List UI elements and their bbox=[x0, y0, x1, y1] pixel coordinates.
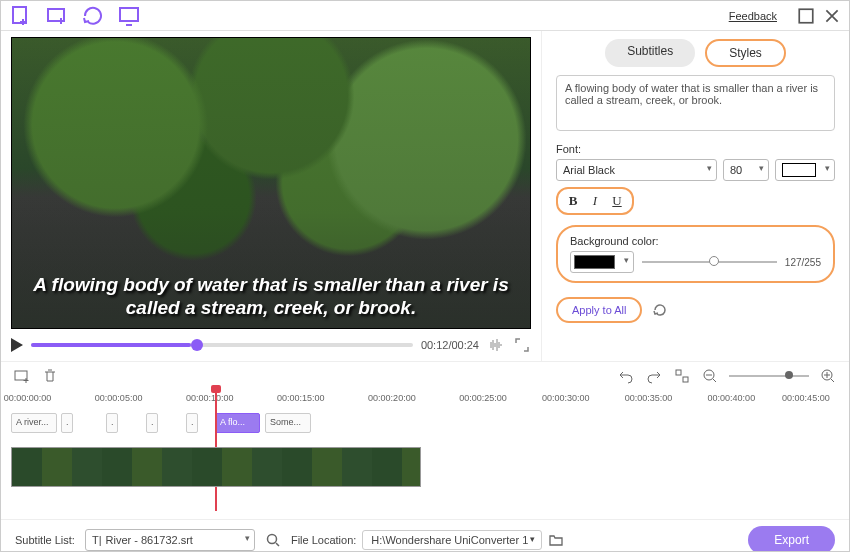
tick: 00:00:20:00 bbox=[368, 393, 416, 403]
playback-controls: 00:12/00:24 bbox=[11, 329, 531, 357]
panel-tabs: Subtitles Styles bbox=[556, 39, 835, 67]
side-panel: Subtitles Styles Font: Arial Black 80 B … bbox=[541, 31, 849, 361]
background-label: Background color: bbox=[570, 235, 821, 247]
font-size-select[interactable]: 80 bbox=[723, 159, 769, 181]
delete-icon[interactable] bbox=[41, 367, 59, 385]
redo-icon[interactable] bbox=[645, 367, 663, 385]
play-button[interactable] bbox=[11, 338, 23, 352]
subtitle-clip[interactable]: . bbox=[61, 413, 73, 433]
format-buttons: B I U bbox=[556, 187, 634, 215]
video-column: A flowing body of water that is smaller … bbox=[1, 31, 541, 361]
apply-all-button[interactable]: Apply to All bbox=[556, 297, 642, 323]
zoom-in-icon[interactable] bbox=[819, 367, 837, 385]
feedback-link[interactable]: Feedback bbox=[729, 10, 777, 22]
maximize-icon[interactable] bbox=[797, 7, 815, 25]
tick: 00:00:45:00 bbox=[782, 393, 830, 403]
tick: 00:00:05:00 bbox=[95, 393, 143, 403]
font-color-swatch bbox=[782, 163, 816, 177]
tab-styles[interactable]: Styles bbox=[705, 39, 786, 67]
waveform-icon[interactable] bbox=[487, 336, 505, 354]
tick: 00:00:35:00 bbox=[625, 393, 673, 403]
subtitle-track: A river... . . . . A flo... Some... bbox=[11, 413, 839, 435]
close-icon[interactable] bbox=[823, 7, 841, 25]
subtitle-text-input[interactable] bbox=[556, 75, 835, 131]
folder-icon[interactable] bbox=[548, 532, 564, 548]
subtitle-clip[interactable]: A river... bbox=[11, 413, 57, 433]
timeline-toolbar bbox=[1, 361, 849, 389]
snap-icon[interactable] bbox=[673, 367, 691, 385]
opacity-value: 127/255 bbox=[785, 257, 821, 268]
seek-bar[interactable] bbox=[31, 343, 413, 347]
background-section: Background color: 127/255 bbox=[556, 225, 835, 283]
tick: 00:00:00:00 bbox=[4, 393, 52, 403]
svg-rect-6 bbox=[683, 377, 688, 382]
svg-rect-2 bbox=[120, 8, 138, 21]
svg-rect-5 bbox=[676, 370, 681, 375]
subtitle-clip[interactable]: . bbox=[186, 413, 198, 433]
import-file-icon[interactable] bbox=[9, 4, 33, 28]
export-button[interactable]: Export bbox=[748, 526, 835, 553]
svg-rect-0 bbox=[13, 7, 26, 23]
bg-color-swatch bbox=[574, 255, 615, 269]
svg-rect-4 bbox=[15, 371, 27, 380]
tick: 00:00:30:00 bbox=[542, 393, 590, 403]
subtitle-clip-active[interactable]: A flo... bbox=[215, 413, 260, 433]
subtitle-overlay: A flowing body of water that is smaller … bbox=[12, 273, 530, 321]
file-location-label: File Location: bbox=[291, 534, 356, 546]
bg-color-select[interactable] bbox=[570, 251, 634, 273]
seek-fill bbox=[31, 343, 191, 347]
font-family-select[interactable]: Arial Black bbox=[556, 159, 717, 181]
zoom-knob[interactable] bbox=[785, 371, 793, 379]
italic-button[interactable]: I bbox=[586, 192, 604, 210]
title-bar: Feedback bbox=[1, 1, 849, 31]
screen-icon[interactable] bbox=[117, 4, 141, 28]
opacity-knob[interactable] bbox=[709, 256, 719, 266]
tab-subtitles[interactable]: Subtitles bbox=[605, 39, 695, 67]
import-media-icon[interactable] bbox=[45, 4, 69, 28]
timeline[interactable]: 00:00:00:00 00:00:05:00 00:00:10:00 00:0… bbox=[1, 389, 849, 519]
subtitle-clip[interactable]: . bbox=[106, 413, 118, 433]
reset-icon[interactable] bbox=[652, 302, 668, 318]
bold-button[interactable]: B bbox=[564, 192, 582, 210]
font-color-select[interactable] bbox=[775, 159, 835, 181]
search-icon[interactable] bbox=[265, 532, 281, 548]
underline-button[interactable]: U bbox=[608, 192, 626, 210]
main-area: A flowing body of water that is smaller … bbox=[1, 31, 849, 361]
tick: 00:00:10:00 bbox=[186, 393, 234, 403]
file-location-select[interactable]: H:\Wondershare UniConverter 1 bbox=[362, 530, 542, 550]
subtitle-list-select[interactable]: T|River - 861732.srt bbox=[85, 529, 255, 551]
svg-point-9 bbox=[267, 534, 276, 543]
opacity-slider[interactable] bbox=[642, 261, 777, 263]
svg-rect-3 bbox=[799, 9, 813, 23]
bottom-bar: Subtitle List: T|River - 861732.srt File… bbox=[1, 519, 849, 552]
subtitle-clip[interactable]: Some... bbox=[265, 413, 311, 433]
tick: 00:00:40:00 bbox=[708, 393, 756, 403]
video-thumbnail-track[interactable] bbox=[11, 447, 421, 487]
video-preview[interactable]: A flowing body of water that is smaller … bbox=[11, 37, 531, 329]
subtitle-clip[interactable]: . bbox=[146, 413, 158, 433]
add-subtitle-icon[interactable] bbox=[13, 367, 31, 385]
seek-knob[interactable] bbox=[191, 339, 203, 351]
sync-icon[interactable] bbox=[81, 4, 105, 28]
time-ruler: 00:00:00:00 00:00:05:00 00:00:10:00 00:0… bbox=[11, 393, 839, 409]
font-label: Font: bbox=[556, 143, 835, 155]
tick: 00:00:25:00 bbox=[459, 393, 507, 403]
expand-icon[interactable] bbox=[513, 336, 531, 354]
tick: 00:00:15:00 bbox=[277, 393, 325, 403]
subtitle-list-label: Subtitle List: bbox=[15, 534, 75, 546]
time-display: 00:12/00:24 bbox=[421, 339, 479, 351]
zoom-out-icon[interactable] bbox=[701, 367, 719, 385]
zoom-slider[interactable] bbox=[729, 375, 809, 377]
undo-icon[interactable] bbox=[617, 367, 635, 385]
